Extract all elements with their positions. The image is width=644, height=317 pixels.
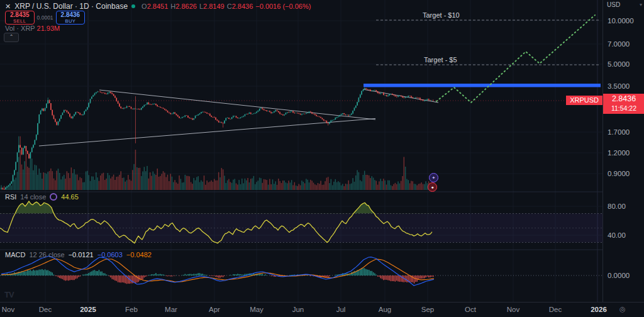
price-axis-label: 1.2000: [608, 149, 630, 157]
time-axis-label: Aug: [379, 306, 391, 313]
current-price-badge[interactable]: 2.8436 11:54:22: [603, 94, 644, 114]
volume-legend: Vol · XRP 21.93M: [5, 25, 60, 32]
chevron-down-icon: ▾: [640, 2, 642, 8]
rsi-color-ring-icon: [50, 193, 57, 201]
time-axis-label: 2025: [80, 306, 96, 313]
ohlc-values: O2.8451 H2.8626 L2.8149 C2.8436 −0.0016 …: [142, 3, 311, 10]
currency-button[interactable]: USD: [607, 1, 620, 8]
current-price: 2.8436: [603, 94, 644, 104]
price-axis-label: 0.9000: [608, 170, 630, 177]
alert-marker-icon[interactable]: ✦: [429, 173, 438, 182]
sell-button[interactable]: 2.8435 SELL: [5, 11, 35, 25]
price-axis-label: 1.7000: [608, 128, 630, 136]
target-10-label[interactable]: Target - $10: [423, 11, 460, 19]
tradingview-watermark-logo: TV: [4, 290, 14, 299]
time-axis-label: Jun: [292, 306, 304, 313]
time-axis-label: 2026: [591, 306, 607, 313]
macd-hist-value: −0.0121: [69, 251, 94, 259]
chart-canvas[interactable]: ✕ XRP / U.S. Dollar · 1D · Coinbase O2.8…: [0, 0, 602, 302]
trade-buttons: 2.8435 SELL 0.0001 2.8436 BUY: [5, 11, 85, 25]
price-axis[interactable]: USD ▾ 10.00007.00005.00003.50001.70001.2…: [602, 0, 644, 302]
spread-value: 0.0001: [37, 14, 53, 21]
symbol-price-tag: XRPUSD: [566, 96, 602, 105]
price-axis-label: 0.0000: [608, 272, 630, 279]
tradingview-chart-window: ✕ XRP / U.S. Dollar · 1D · Coinbase O2.8…: [0, 0, 644, 317]
time-axis-label: Sep: [421, 306, 434, 313]
change-value: −0.0016 (−0.06%): [255, 3, 311, 10]
time-axis-label: Mar: [165, 306, 177, 313]
time-axis-label: Oct: [465, 306, 476, 313]
target-5-label[interactable]: Target - $5: [424, 56, 457, 64]
price-axis-label: 40.00: [608, 231, 626, 239]
price-axis-label: 7.0000: [608, 40, 630, 48]
symbol-legend[interactable]: ✕ XRP / U.S. Dollar · 1D · Coinbase O2.8…: [5, 2, 311, 11]
price-axis-label: 80.00: [608, 203, 626, 210]
time-axis-label: Nov: [507, 306, 519, 313]
macd-signal-value: −0.0482: [126, 251, 152, 259]
time-axis-label: Feb: [125, 306, 138, 313]
price-axis-label: 3.5000: [608, 82, 630, 90]
event-marker-icon[interactable]: ●: [428, 182, 437, 192]
rsi-indicator-legend[interactable]: RSI 14 close 44.65: [5, 193, 79, 201]
market-status-icon: [131, 4, 135, 8]
xrp-logo-icon: ✕: [5, 3, 11, 11]
symbol-title[interactable]: XRP / U.S. Dollar · 1D · Coinbase: [14, 2, 128, 11]
time-axis[interactable]: NovDec2025FebMarAprMayJunJulAugSepOctNov…: [0, 302, 644, 317]
countdown-timer: 11:54:22: [603, 104, 644, 113]
macd-line-value: −0.0603: [97, 251, 123, 259]
price-axis-label: 10.0000: [608, 17, 634, 25]
time-axis-label: Dec: [39, 306, 52, 313]
buy-button[interactable]: 2.8436 BUY: [56, 11, 86, 25]
timezone-settings-icon[interactable]: ◎: [619, 305, 626, 313]
price-axis-label: 5.0000: [608, 60, 630, 68]
macd-indicator-legend[interactable]: MACD 12 26 close −0.0121 −0.0603 −0.0482: [5, 251, 152, 259]
time-axis-label: Nov: [2, 306, 14, 313]
time-axis-label: Apr: [209, 306, 220, 313]
time-axis-label: May: [250, 306, 264, 313]
collapse-legend-button[interactable]: ⌃: [4, 33, 19, 42]
time-axis-label: Dec: [549, 306, 562, 313]
time-axis-label: Jul: [336, 306, 346, 313]
